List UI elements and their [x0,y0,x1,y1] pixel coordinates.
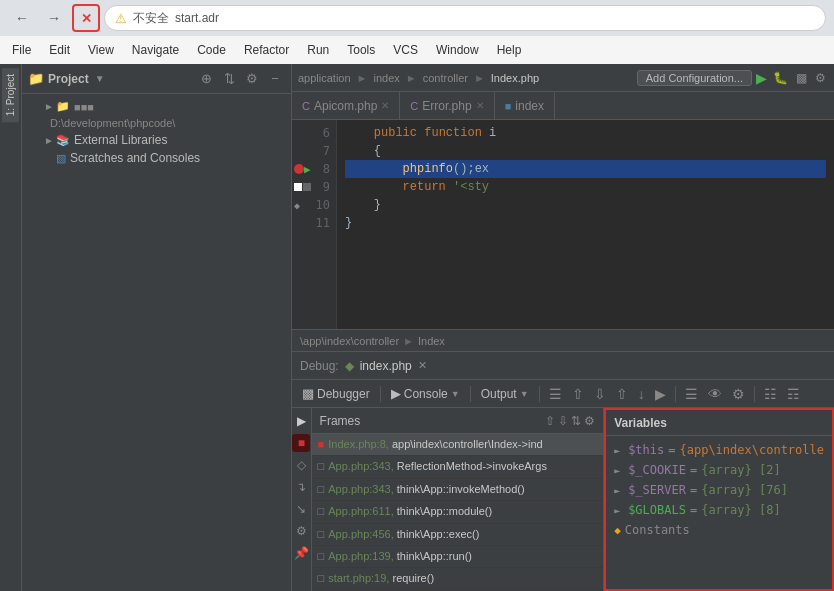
tree-root-label: ■■■ [74,101,94,113]
dbg-sep4 [675,386,676,402]
menu-tools[interactable]: Tools [339,41,383,59]
dst-step-in[interactable]: ↘ [292,500,310,518]
tab-apicom[interactable]: C Apicom.php ✕ [292,92,400,120]
dbg-sep2 [470,386,471,402]
dst-stop[interactable]: ■ [292,434,310,452]
var-globals[interactable]: ► $GLOBALS = {array} [8] [606,500,832,520]
dst-resume[interactable]: ◇ [292,456,310,474]
fc-up[interactable]: ⇧ [545,414,555,428]
bc-indexphp[interactable]: Index.php [491,72,539,84]
menu-edit[interactable]: Edit [41,41,78,59]
var-cookie[interactable]: ► $_COOKIE = {array} [2] [606,460,832,480]
variables-panel: Variables ► $this = {app\index\controlle… [604,408,834,591]
menu-code[interactable]: Code [189,41,234,59]
menu-refactor[interactable]: Refactor [236,41,297,59]
tree-external-libs[interactable]: ► 📚 External Libraries [22,131,291,149]
frames-header: Frames ⇧ ⇩ ⇅ ⚙ [312,408,604,434]
dst-play[interactable]: ▶ [292,412,310,430]
frame-item-6[interactable]: □ start.php:19, require() [312,568,604,590]
bc-application[interactable]: application [298,72,351,84]
locate-icon[interactable]: ⊕ [196,69,216,89]
debug-button[interactable]: 🐛 [773,71,788,85]
tab-error-close[interactable]: ✕ [476,100,484,111]
bc-controller[interactable]: controller [423,72,468,84]
dst-settings[interactable]: ⚙ [292,522,310,540]
var-this[interactable]: ► $this = {app\index\controlle [606,440,832,460]
vars-list: ► $this = {app\index\controlle ► $_COOKI… [606,436,832,589]
back-button[interactable]: ← [8,4,36,32]
tab-error[interactable]: C Error.php ✕ [400,92,494,120]
debugger-button[interactable]: ▩ Debugger [298,385,374,402]
settings-icon[interactable]: ⚙ [242,69,262,89]
frame-item-3[interactable]: □ App.php:611, think\App::module() [312,501,604,523]
frame-text-5: App.php:139, think\App::run() [328,549,472,564]
output-button[interactable]: Output ▼ [477,386,533,402]
debug-close[interactable]: ✕ [418,359,427,372]
var-server[interactable]: ► $_SERVER = {array} [76] [606,480,832,500]
frame-item-4[interactable]: □ App.php:456, think\App::exec() [312,524,604,546]
dbg-icon-force[interactable]: ▶ [652,386,669,402]
debug-panel: Debug: ◆ index.php ✕ ▩ Debugger ▶ Consol… [292,351,834,591]
dbg-icon-restore[interactable]: ⇧ [569,386,587,402]
var-this-name: $this [628,443,664,457]
console-dropdown-icon[interactable]: ▼ [451,389,460,399]
menu-navigate[interactable]: Navigate [124,41,187,59]
dbg-icon-up[interactable]: ⇧ [613,386,631,402]
frame-item-0[interactable]: ■ Index.php:8, app\index\controller\Inde… [312,434,604,456]
tree-root[interactable]: ► 📁 ■■■ [22,98,291,115]
code-line-7: { [345,142,826,160]
fc-sort[interactable]: ⇅ [571,414,581,428]
console-button[interactable]: ▶ Console ▼ [387,385,464,402]
tab-index[interactable]: ■ index [495,92,555,120]
dbg-icon-table[interactable]: ☰ [682,386,701,402]
dbg-icon-down[interactable]: ⇩ [591,386,609,402]
frame-item-1[interactable]: □ App.php:343, ReflectionMethod->invokeA… [312,456,604,478]
scratches-label: Scratches and Consoles [70,151,200,165]
run-config-button[interactable]: Add Configuration... [637,70,752,86]
menu-help[interactable]: Help [489,41,530,59]
bc-index[interactable]: index [373,72,399,84]
bc-sep2: ► [406,72,417,84]
frames-list[interactable]: ■ Index.php:8, app\index\controller\Inde… [312,434,604,591]
browser-chrome: ← → ✕ ⚠ 不安全 start.adr application File E… [0,0,834,64]
project-tree: ► 📁 ■■■ D:\development\phpcode\ ► 📚 Exte… [22,94,291,591]
frame-item-5[interactable]: □ App.php:139, think\App::run() [312,546,604,568]
dbg-icon-layout[interactable]: ☷ [761,386,780,402]
close-tab-button[interactable]: ✕ [72,4,100,32]
panel-toolbar: ⊕ ⇅ ⚙ − [196,69,285,89]
menu-file[interactable]: File [4,41,39,59]
forward-button[interactable]: → [40,4,68,32]
menu-window[interactable]: Window [428,41,487,59]
tree-scratches[interactable]: ▧ Scratches and Consoles [22,149,291,167]
run-button[interactable]: ▶ [756,70,767,86]
constants-item[interactable]: ◆ Constants [606,520,832,540]
dbg-icon-list[interactable]: ☰ [546,386,565,402]
menu-view[interactable]: View [80,41,122,59]
editor-content: 6 7 ▶ 8 9 10 [292,120,834,329]
dbg-icon-layout2[interactable]: ☶ [784,386,803,402]
bc-arrow: ► [403,335,414,347]
bc-path: \app\index\controller [300,335,399,347]
var-globals-arrow: ► [614,505,624,516]
code-line-9: return '<sty [345,178,826,196]
dst-step-over[interactable]: ↴ [292,478,310,496]
frame-item-2[interactable]: □ App.php:343, think\App::invokeMethod() [312,479,604,501]
project-tab[interactable]: 1: Project [2,68,19,122]
collapse-icon[interactable]: ⇅ [219,69,239,89]
output-dropdown-icon[interactable]: ▼ [520,389,529,399]
more-icon[interactable]: ⚙ [815,71,826,85]
coverage-icon[interactable]: ▩ [796,71,807,85]
minimize-icon[interactable]: − [265,69,285,89]
dbg-icon-step[interactable]: ↓ [635,386,648,402]
dbg-icon-watch[interactable]: 👁 [705,386,725,402]
fc-down[interactable]: ⇩ [558,414,568,428]
menu-run[interactable]: Run [299,41,337,59]
tab-apicom-close[interactable]: ✕ [381,100,389,111]
address-bar[interactable]: ⚠ 不安全 start.adr [104,5,826,31]
dbg-icon-settings2[interactable]: ⚙ [729,386,748,402]
dst-pin[interactable]: 📌 [292,544,310,562]
frame-icon-3: □ [318,505,325,517]
code-editor[interactable]: public function i { phpinfo();ex return … [337,120,834,329]
fc-settings[interactable]: ⚙ [584,414,595,428]
menu-vcs[interactable]: VCS [385,41,426,59]
